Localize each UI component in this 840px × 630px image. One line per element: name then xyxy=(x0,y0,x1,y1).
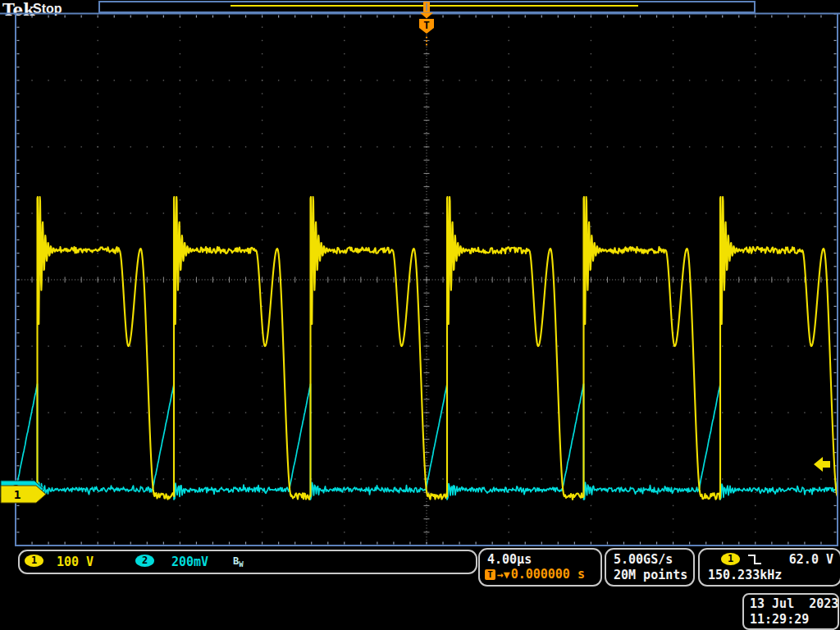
ch2-scale-readout: 200mV xyxy=(171,555,208,569)
trigger-level-readout: 62.0 V xyxy=(789,552,833,567)
graticule-border-left xyxy=(15,13,16,546)
trigger-position-badge[interactable]: T xyxy=(419,13,434,46)
record-length-readout: 20M points xyxy=(614,568,687,582)
horizontal-readout-box[interactable]: 4.00µs T→▼0.000000 s xyxy=(478,548,602,587)
date-readout: 13 Jul 2023 xyxy=(750,596,838,611)
timebase-readout: 4.00µs xyxy=(487,552,532,567)
scope-display: T 2 1 xyxy=(0,0,840,630)
trigger-line-dot xyxy=(426,36,427,38)
trigger-down-arrow-icon xyxy=(420,13,433,19)
channel-readout-box[interactable]: 1 100 V 2 200mV BW xyxy=(18,550,477,574)
trigger-line-dot xyxy=(426,43,427,45)
channel1-ground-marker[interactable]: 1 xyxy=(1,486,46,503)
sample-rate-readout: 5.00GS/s xyxy=(614,552,673,567)
trigger-line-dot xyxy=(426,40,427,42)
svg-text:1: 1 xyxy=(14,488,21,501)
graticule-border-right xyxy=(837,13,838,546)
trigger-source-badge: 1 xyxy=(721,553,740,565)
graticule-border-bottom xyxy=(15,545,838,546)
trigger-t-icon: T xyxy=(485,569,495,580)
trigger-frequency-readout: 150.233kHz xyxy=(708,568,782,582)
datetime-box: 13 Jul 2023 11:29:29 xyxy=(742,593,839,630)
ch2-badge[interactable]: 2 xyxy=(135,555,154,567)
graticule-grid xyxy=(15,13,838,546)
record-view-waveform-extent xyxy=(231,5,638,7)
oscilloscope-screen: Tek Stop T 2 xyxy=(0,0,840,630)
falling-edge-icon xyxy=(747,553,762,566)
trigger-t-label: T xyxy=(423,19,430,31)
ch1-badge[interactable]: 1 xyxy=(25,555,43,567)
trigger-position-readout: T→▼0.000000 s xyxy=(485,567,585,582)
trigger-readout-box[interactable]: 1 62.0 V 150.233kHz xyxy=(698,548,840,587)
ch1-scale-readout: 100 V xyxy=(57,555,94,569)
trigger-level-arrow[interactable] xyxy=(814,457,830,472)
acquisition-readout-box[interactable]: 5.00GS/s 20M points xyxy=(605,548,695,587)
ch2-bandwidth-limit-indicator: BW xyxy=(233,555,244,568)
record-trigger-position-slot xyxy=(426,3,427,11)
time-readout: 11:29:29 xyxy=(750,612,809,627)
